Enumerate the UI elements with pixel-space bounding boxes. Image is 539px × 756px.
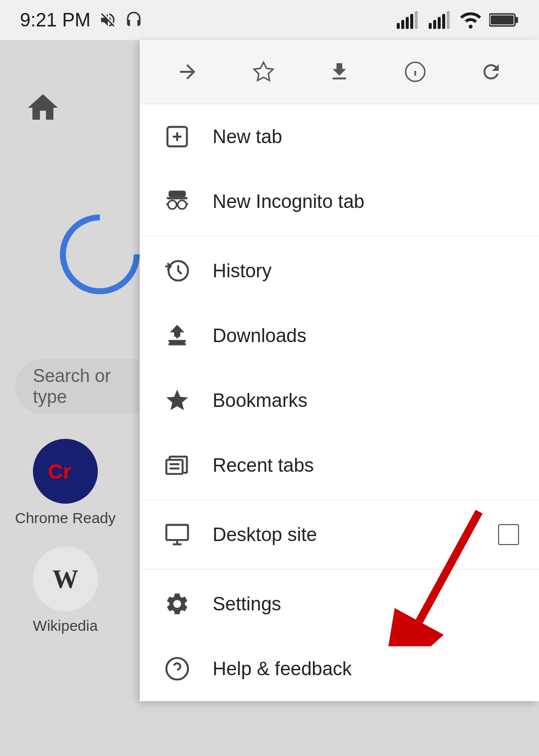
recent-tabs-label: Recent tabs <box>213 455 519 476</box>
wifi-icon <box>459 11 482 29</box>
svg-rect-1 <box>401 20 404 29</box>
recent-tabs-icon <box>160 448 195 483</box>
desktop-site-checkbox[interactable] <box>498 524 519 545</box>
help-icon <box>160 651 195 686</box>
menu-item-incognito[interactable]: New Incognito tab <box>140 169 539 234</box>
divider-1 <box>140 236 539 236</box>
refresh-button[interactable] <box>473 54 509 90</box>
incognito-icon <box>160 184 195 219</box>
downloads-label: Downloads <box>213 325 519 347</box>
menu-item-recent-tabs[interactable]: Recent tabs <box>140 433 539 498</box>
svg-rect-7 <box>438 17 441 29</box>
svg-rect-12 <box>491 15 514 24</box>
download-button[interactable] <box>321 54 357 90</box>
svg-rect-2 <box>406 17 409 29</box>
history-label: History <box>213 260 519 282</box>
status-bar: 9:21 PM <box>0 0 539 40</box>
svg-rect-9 <box>447 11 450 29</box>
dropdown-menu: New tab New Incognito tab <box>140 40 539 701</box>
svg-rect-0 <box>397 23 400 29</box>
downloads-icon <box>160 318 195 353</box>
settings-icon <box>160 586 195 621</box>
svg-rect-3 <box>410 14 413 29</box>
info-button[interactable] <box>397 54 433 90</box>
menu-item-new-tab[interactable]: New tab <box>140 104 539 169</box>
signal-icon-2 <box>427 11 452 29</box>
bookmarks-label: Bookmarks <box>213 390 519 411</box>
help-label: Help & feedback <box>213 658 519 680</box>
status-icons <box>395 11 519 29</box>
time-display: 9:21 PM <box>20 9 91 31</box>
new-tab-label: New tab <box>213 126 519 148</box>
svg-point-34 <box>166 658 188 679</box>
svg-point-22 <box>178 200 186 209</box>
signal-icon-1 <box>395 11 420 29</box>
svg-line-24 <box>166 203 168 204</box>
svg-rect-27 <box>169 343 186 345</box>
battery-icon <box>489 11 519 29</box>
svg-line-25 <box>186 203 188 204</box>
new-tab-icon <box>160 119 195 154</box>
status-time: 9:21 PM <box>20 9 143 31</box>
svg-rect-4 <box>415 11 418 29</box>
menu-toolbar <box>140 40 539 104</box>
settings-label: Settings <box>213 593 519 615</box>
svg-point-21 <box>168 200 177 209</box>
desktop-icon <box>160 517 195 552</box>
menu-item-bookmarks[interactable]: Bookmarks <box>140 368 539 433</box>
bookmarks-icon <box>160 383 195 418</box>
menu-item-settings[interactable]: Settings <box>140 571 539 636</box>
menu-item-help[interactable]: Help & feedback <box>140 636 539 701</box>
menu-item-downloads[interactable]: Downloads <box>140 303 539 368</box>
svg-rect-28 <box>166 460 183 474</box>
mute-icon <box>99 11 117 29</box>
svg-rect-20 <box>169 190 186 197</box>
headphones-icon <box>125 11 143 29</box>
desktop-site-label: Desktop site <box>213 524 498 546</box>
divider-2 <box>140 500 539 500</box>
history-icon <box>160 253 195 288</box>
svg-rect-31 <box>166 525 188 540</box>
menu-item-history[interactable]: History <box>140 238 539 303</box>
incognito-label: New Incognito tab <box>213 191 519 212</box>
svg-rect-8 <box>442 14 445 29</box>
bookmark-button[interactable] <box>246 54 281 90</box>
svg-rect-11 <box>515 17 518 23</box>
forward-button[interactable] <box>170 54 206 90</box>
svg-rect-6 <box>433 20 436 29</box>
divider-3 <box>140 569 539 569</box>
svg-rect-5 <box>429 23 432 29</box>
menu-item-desktop-site[interactable]: Desktop site <box>140 502 539 567</box>
